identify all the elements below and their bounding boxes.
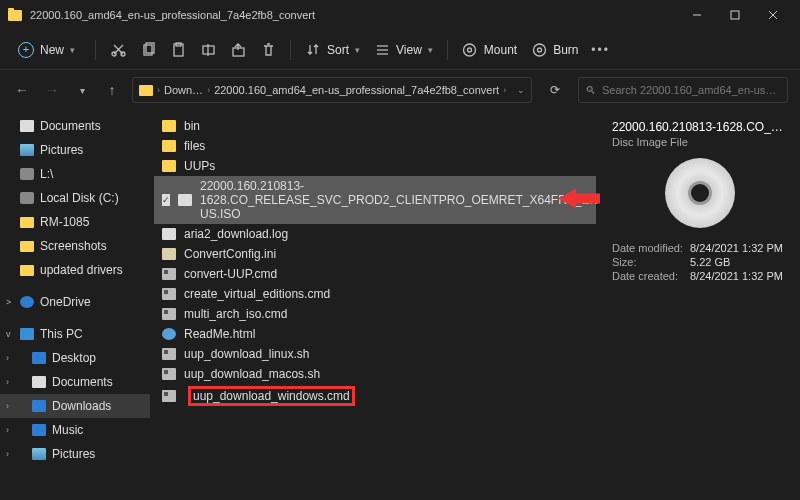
meta-label: Size: <box>612 256 690 268</box>
navbar: ← → ▾ ↑ › Down… › 22000.160_amd64_en-us_… <box>0 70 800 110</box>
cloud-icon <box>20 296 34 308</box>
new-button[interactable]: + New ▾ <box>12 38 81 62</box>
folder-icon <box>20 265 34 276</box>
file-row[interactable]: aria2_download.log <box>154 224 596 244</box>
desk-icon <box>32 352 46 364</box>
annotation-arrow <box>558 186 600 215</box>
up-button[interactable]: ↑ <box>102 82 122 98</box>
chevron-right-icon: › <box>157 85 160 95</box>
sidebar-item[interactable]: RM-1085 <box>0 210 150 234</box>
expand-icon[interactable]: › <box>6 377 9 387</box>
chevron-right-icon: › <box>207 85 210 95</box>
sidebar-item[interactable]: Local Disk (C:) <box>0 186 150 210</box>
more-icon[interactable]: ••• <box>593 42 609 58</box>
forward-button[interactable]: → <box>42 82 62 98</box>
expand-icon[interactable]: › <box>6 425 9 435</box>
sidebar[interactable]: DocumentsPicturesL:\Local Disk (C:)RM-10… <box>0 110 150 500</box>
sidebar-item-label: Screenshots <box>40 239 107 253</box>
chevron-down-icon: ▾ <box>355 45 360 55</box>
file-name: uup_download_linux.sh <box>184 347 309 361</box>
file-list[interactable]: binfilesUUPs✓22000.160.210813-1628.CO_RE… <box>150 110 600 500</box>
sidebar-item[interactable]: ›Downloads <box>0 394 150 418</box>
sidebar-item[interactable]: vThis PC <box>0 322 150 346</box>
file-row[interactable]: multi_arch_iso.cmd <box>154 304 596 324</box>
sidebar-item[interactable]: updated drivers <box>0 258 150 282</box>
file-name: multi_arch_iso.cmd <box>184 307 287 321</box>
svg-point-16 <box>464 44 476 56</box>
expand-icon[interactable]: › <box>6 401 9 411</box>
file-row[interactable]: uup_download_windows.cmd <box>154 384 596 408</box>
pic-icon <box>32 448 46 460</box>
file-row[interactable]: files <box>154 136 596 156</box>
chevron-down-icon: ▾ <box>428 45 433 55</box>
sidebar-item[interactable]: ›Pictures <box>0 442 150 466</box>
chevron-right-icon: › <box>503 85 506 95</box>
paste-icon[interactable] <box>170 42 186 58</box>
minimize-button[interactable] <box>678 0 716 30</box>
file-row[interactable]: uup_download_linux.sh <box>154 344 596 364</box>
mount-button[interactable]: Mount <box>462 42 517 58</box>
expand-icon[interactable]: › <box>6 353 9 363</box>
sidebar-item[interactable]: ›Documents <box>0 370 150 394</box>
sidebar-item[interactable]: ›Music <box>0 418 150 442</box>
sidebar-item-label: Local Disk (C:) <box>40 191 119 205</box>
pic-icon <box>20 144 34 156</box>
details-filetype: Disc Image File <box>612 136 788 148</box>
maximize-button[interactable] <box>716 0 754 30</box>
meta-label: Date modified: <box>612 242 690 254</box>
sidebar-item-label: Pictures <box>40 143 83 157</box>
sidebar-item[interactable]: Pictures <box>0 138 150 162</box>
file-row[interactable]: uup_download_macos.sh <box>154 364 596 384</box>
share-icon[interactable] <box>230 42 246 58</box>
breadcrumb[interactable]: › Down… › 22000.160_amd64_en-us_professi… <box>132 77 532 103</box>
cmd-icon <box>162 308 176 320</box>
burn-button[interactable]: Burn <box>531 42 578 58</box>
crumb-segment[interactable]: 22000.160_amd64_en-us_professional_7a4e2… <box>214 84 499 96</box>
plus-icon: + <box>18 42 34 58</box>
back-button[interactable]: ← <box>12 82 32 98</box>
ini-icon <box>162 248 176 260</box>
sidebar-item-label: Music <box>52 423 83 437</box>
sidebar-item[interactable]: Documents <box>0 114 150 138</box>
copy-icon[interactable] <box>140 42 156 58</box>
main: DocumentsPicturesL:\Local Disk (C:)RM-10… <box>0 110 800 500</box>
dl-icon <box>32 400 46 412</box>
close-button[interactable] <box>754 0 792 30</box>
file-row[interactable]: ✓22000.160.210813-1628.CO_RELEASE_SVC_PR… <box>154 176 596 224</box>
file-row[interactable]: UUPs <box>154 156 596 176</box>
sidebar-item-label: Desktop <box>52 351 96 365</box>
file-row[interactable]: create_virtual_editions.cmd <box>154 284 596 304</box>
folder-icon <box>162 120 176 132</box>
search-input[interactable]: 🔍︎ Search 22000.160_amd64_en-us_professi… <box>578 77 788 103</box>
sort-button[interactable]: Sort▾ <box>305 42 360 58</box>
doc-icon <box>32 376 46 388</box>
sidebar-item[interactable]: L:\ <box>0 162 150 186</box>
expand-icon[interactable]: › <box>6 449 9 459</box>
expand-icon[interactable]: > <box>6 297 11 307</box>
divider <box>447 40 448 60</box>
file-row[interactable]: bin <box>154 116 596 136</box>
rename-icon[interactable] <box>200 42 216 58</box>
file-name: 22000.160.210813-1628.CO_RELEASE_SVC_PRO… <box>200 179 600 221</box>
file-row[interactable]: ReadMe.html <box>154 324 596 344</box>
delete-icon[interactable] <box>260 42 276 58</box>
music-icon <box>32 424 46 436</box>
file-name: files <box>184 139 205 153</box>
checkbox-icon[interactable]: ✓ <box>162 194 170 206</box>
sidebar-item[interactable]: >OneDrive <box>0 290 150 314</box>
cut-icon[interactable] <box>110 42 126 58</box>
details-filename: 22000.160.210813-1628.CO_R… <box>612 120 788 134</box>
sidebar-item[interactable]: Screenshots <box>0 234 150 258</box>
cmd-icon <box>162 288 176 300</box>
sidebar-item[interactable]: ›Desktop <box>0 346 150 370</box>
file-row[interactable]: ConvertConfig.ini <box>154 244 596 264</box>
crumb-segment[interactable]: Down… <box>164 84 203 96</box>
chevron-down-icon[interactable]: ⌄ <box>517 85 525 95</box>
expand-icon[interactable]: v <box>6 329 11 339</box>
file-name: convert-UUP.cmd <box>184 267 277 281</box>
refresh-button[interactable]: ⟳ <box>542 83 568 97</box>
view-button[interactable]: View▾ <box>374 42 433 58</box>
file-row[interactable]: convert-UUP.cmd <box>154 264 596 284</box>
chevron-down-icon[interactable]: ▾ <box>72 85 92 96</box>
sidebar-item-label: Documents <box>40 119 101 133</box>
